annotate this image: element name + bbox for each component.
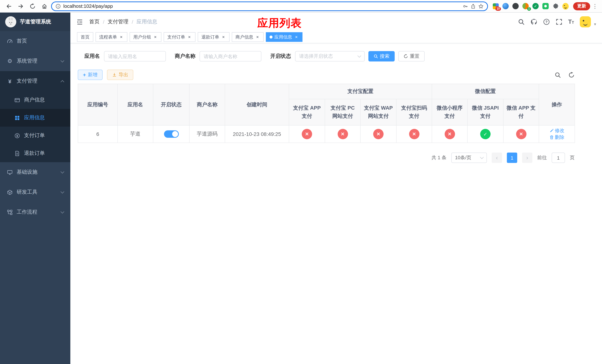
sidebar-item-home[interactable]: 首页 xyxy=(0,31,70,51)
sidebar-item-system[interactable]: ⚙ 系统管理 xyxy=(0,51,70,71)
back-button[interactable] xyxy=(4,1,14,11)
close-icon[interactable]: × xyxy=(255,35,260,39)
close-icon[interactable]: × xyxy=(221,35,226,39)
col-wechat-jsapi: 微信 JSAPI 支付 xyxy=(467,99,503,125)
browser-update-button[interactable]: 更新 xyxy=(573,2,590,10)
goto-label: 前往 xyxy=(537,154,547,161)
tab-process-form[interactable]: 流程表单× xyxy=(96,32,127,42)
extension-icon-avatar[interactable]: 1 xyxy=(522,3,529,9)
cell-created-at: 2021-10-23 08:49:25 xyxy=(225,125,289,143)
breadcrumb-item-home[interactable]: 首页 xyxy=(89,19,100,25)
site-info-icon[interactable] xyxy=(55,3,61,9)
help-icon[interactable] xyxy=(543,18,550,25)
close-icon[interactable]: × xyxy=(294,35,299,39)
status-select[interactable]: 请选择开启状态 xyxy=(295,51,365,62)
goto-page-input[interactable] xyxy=(552,152,565,163)
sidebar-toggle-button[interactable] xyxy=(76,18,83,25)
page-content: 应用名 商户名称 开启状态 请选择开启状态 搜索 重置 xyxy=(70,43,602,364)
export-button[interactable]: 导出 xyxy=(107,70,133,80)
alipay-wap-status-icon xyxy=(373,129,384,139)
payment-submenu: 商户信息 应用信息 支付订单 退款订单 xyxy=(0,91,70,162)
app-table: 应用编号 应用名 开启状态 商户名称 创建时间 支付宝配置 微信配置 操作 支付… xyxy=(78,84,575,143)
extension-badge-green: 1 xyxy=(527,7,531,11)
extension-icon-green-square[interactable] xyxy=(542,3,549,9)
app-name-label: 应用名 xyxy=(85,53,100,60)
browser-profile-avatar[interactable] xyxy=(562,3,569,9)
wechat-jsapi-status-icon xyxy=(480,129,491,139)
app-logo-row[interactable]: 芋道管理系统 xyxy=(0,13,70,31)
edit-link[interactable]: 修改 xyxy=(549,127,564,134)
password-key-icon[interactable] xyxy=(463,3,468,9)
sidebar-subitem-app-info[interactable]: 应用信息 xyxy=(0,109,70,127)
app-logo xyxy=(5,16,16,27)
sidebar-subitem-payment-order[interactable]: 支付订单 xyxy=(0,127,70,144)
tab-user-group[interactable]: 用户分组× xyxy=(129,32,161,42)
col-alipay-qr: 支付宝扫码支付 xyxy=(396,99,432,125)
sidebar-subitem-refund-order[interactable]: 退款订单 xyxy=(0,144,70,162)
search-button[interactable]: 搜索 xyxy=(368,51,395,62)
close-icon[interactable]: × xyxy=(119,35,124,39)
merchant-name-label: 商户名称 xyxy=(175,53,195,60)
prev-page-button[interactable]: ‹ xyxy=(492,152,502,163)
caret-down-icon[interactable]: ▾ xyxy=(594,22,596,27)
refresh-table-icon[interactable] xyxy=(568,72,575,78)
sidebar-subitem-merchant-info[interactable]: 商户信息 xyxy=(0,91,70,109)
bookmark-star-icon[interactable] xyxy=(478,3,484,9)
page-size-select[interactable]: 10条/页 xyxy=(451,152,487,163)
col-group-wechat: 微信配置 xyxy=(432,84,539,99)
forward-button[interactable] xyxy=(16,1,26,11)
col-app-name: 应用名 xyxy=(118,84,153,125)
extensions-puzzle-icon[interactable] xyxy=(552,3,559,9)
tab-refund-order[interactable]: 退款订单× xyxy=(198,32,230,42)
add-button[interactable]: +新增 xyxy=(78,70,103,80)
monitor-icon xyxy=(7,169,13,175)
app-title: 芋道管理系统 xyxy=(20,19,51,25)
user-avatar[interactable] xyxy=(580,16,591,27)
close-icon[interactable]: × xyxy=(187,35,192,39)
breadcrumb-separator: / xyxy=(132,19,133,25)
pagination: 共 1 条 10条/页 ‹ 1 › 前往 页 xyxy=(78,152,575,163)
extension-icon-dark[interactable] xyxy=(512,3,519,9)
alipay-app-status-icon xyxy=(302,129,312,139)
browser-menu-button[interactable]: ⋮ xyxy=(592,3,598,10)
reset-button[interactable]: 重置 xyxy=(398,51,425,62)
github-icon[interactable] xyxy=(530,18,537,25)
address-bar[interactable]: localhost:1024/pay/app xyxy=(51,1,488,11)
search-icon[interactable] xyxy=(518,18,525,25)
extension-icon-green-check[interactable]: ✓ xyxy=(532,3,539,9)
tab-payment-order[interactable]: 支付订单× xyxy=(164,32,195,42)
sidebar-item-devtools[interactable]: 研发工具 xyxy=(0,182,70,202)
close-icon[interactable]: × xyxy=(153,35,158,39)
merchant-name-input[interactable] xyxy=(200,51,261,62)
share-icon[interactable] xyxy=(471,3,476,9)
font-size-icon[interactable]: TT xyxy=(568,19,574,25)
gear-icon: ⚙ xyxy=(7,58,13,64)
tab-app-info[interactable]: 应用信息× xyxy=(266,32,302,42)
extensions-bar: 10 1 ✓ xyxy=(489,3,572,9)
tags-view-bar: 首页 流程表单× 用户分组× 支付订单× 退款订单× 商户信息× 应用信息× xyxy=(70,31,602,43)
delete-link[interactable]: 删除 xyxy=(549,134,564,141)
chevron-down-icon xyxy=(480,155,484,159)
tab-merchant-info[interactable]: 商户信息× xyxy=(232,32,264,42)
reload-button[interactable] xyxy=(27,1,38,11)
next-page-button[interactable]: › xyxy=(522,152,532,163)
home-button[interactable] xyxy=(39,1,50,11)
sidebar-item-infrastructure[interactable]: 基础设施 xyxy=(0,162,70,182)
col-wechat-mini: 微信小程序支付 xyxy=(432,99,467,125)
cell-merchant: 芋道源码 xyxy=(189,125,225,143)
breadcrumb-item-payment[interactable]: 支付管理 xyxy=(108,19,129,25)
fullscreen-icon[interactable] xyxy=(556,18,562,25)
toggle-search-icon[interactable] xyxy=(555,72,561,78)
extension-icon-grid[interactable]: 10 xyxy=(492,3,499,9)
app-name-input[interactable] xyxy=(104,51,166,62)
status-toggle[interactable] xyxy=(164,130,179,138)
screen: localhost:1024/pay/app 10 1 ✓ 更新 ⋮ 芋道管理系… xyxy=(0,0,602,364)
url-text[interactable]: localhost:1024/pay/app xyxy=(63,3,460,9)
chevron-down-icon xyxy=(61,210,64,213)
chevron-down-icon xyxy=(61,170,64,173)
sidebar-item-workflow[interactable]: 工作流程 xyxy=(0,202,70,222)
extension-icon-blue[interactable] xyxy=(502,3,509,9)
page-number-button[interactable]: 1 xyxy=(507,152,517,163)
sidebar-item-payment[interactable]: ¥ 支付管理 xyxy=(0,71,70,91)
tab-home[interactable]: 首页 xyxy=(77,32,93,42)
